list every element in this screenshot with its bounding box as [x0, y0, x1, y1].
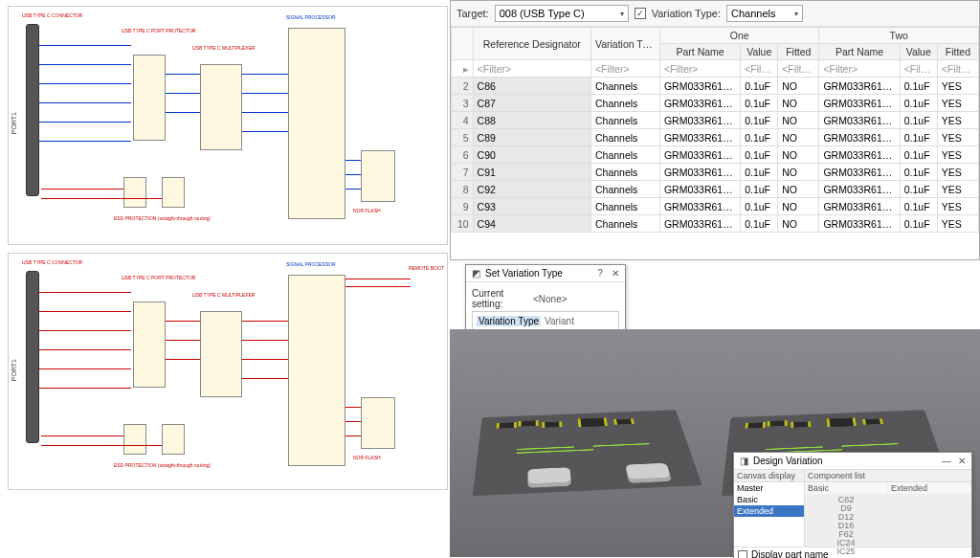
- canvas-display-header: Canvas display: [734, 470, 804, 482]
- display-part-label: Display part name: [751, 549, 829, 558]
- dialog-icon: ◩: [470, 268, 481, 279]
- schematic-label: SIGNAL PROCESSOR: [286, 14, 336, 20]
- dv-title: Design Variation: [753, 456, 823, 466]
- schematic-label: SIGNAL PROCESSOR: [286, 261, 336, 267]
- col-part-one[interactable]: Part Name: [659, 44, 740, 60]
- table-row[interactable]: 3C87ChannelsGRM033R61C...0.1uFNOGRM033R6…: [452, 95, 979, 112]
- schematic-label: NOR FLASH: [353, 455, 381, 460]
- variant-sub: Variant: [545, 316, 574, 326]
- dv-col-basic[interactable]: Basic: [805, 482, 887, 495]
- table-row[interactable]: 4C88ChannelsGRM033R61C...0.1uFNOGRM033R6…: [452, 112, 979, 129]
- vartype-selected[interactable]: Variation Type: [477, 316, 541, 326]
- schematic-label: USB TYPE C MULTIPLEXER: [192, 45, 255, 51]
- col-vartype-header[interactable]: Variation Type: [590, 28, 659, 60]
- remote-boot-label: REMOTE BOOT: [409, 265, 444, 271]
- schematic-label: USB TYPE C PORT PROTECTOR: [122, 275, 195, 280]
- canvas-display-item[interactable]: Master: [734, 482, 804, 494]
- minimize-icon[interactable]: —: [941, 456, 952, 467]
- table-row[interactable]: 9C93ChannelsGRM033R61C...0.1uFNOGRM033R6…: [452, 198, 979, 215]
- table-row[interactable]: 5C89ChannelsGRM033R61C...0.1uFNOGRM033R6…: [452, 129, 979, 146]
- schematic-view-two[interactable]: USB TYPE C CONNECTOR PORT1 USB TYPE C PO…: [8, 253, 448, 490]
- col-value-one[interactable]: Value: [741, 44, 778, 60]
- col-value-two[interactable]: Value: [900, 44, 937, 60]
- chevron-down-icon: ▾: [620, 10, 624, 18]
- variation-grid[interactable]: Reference Designator Variation Type One …: [451, 27, 979, 233]
- schematic-label: USB TYPE C CONNECTOR: [22, 12, 82, 18]
- schematic-label: USB TYPE C PORT PROTECTOR: [122, 28, 195, 33]
- table-row[interactable]: 7C91ChannelsGRM033R61C...0.1uFNOGRM033R6…: [452, 164, 979, 181]
- canvas-display-item[interactable]: Extended: [734, 505, 804, 517]
- variation-type-value: Channels: [731, 8, 775, 19]
- display-part-checkbox[interactable]: [738, 550, 747, 559]
- col-group-one[interactable]: One: [659, 28, 819, 44]
- pcb-assembly-one: [473, 410, 702, 496]
- col-fitted-one[interactable]: Fitted: [778, 44, 819, 60]
- dv-col-ext[interactable]: Extended: [888, 482, 970, 495]
- filter-row[interactable]: ▸ <Filter> <Filter> <Filter> <Filter> <F…: [452, 60, 979, 78]
- col-ref-header[interactable]: Reference Designator: [473, 28, 590, 60]
- dv-ext-list[interactable]: [888, 495, 970, 547]
- dialog-icon: ◨: [738, 456, 749, 467]
- port-label: PORT1: [11, 359, 17, 381]
- port-label: PORT1: [11, 112, 17, 134]
- component-list-header: Component list: [805, 470, 971, 482]
- schematic-label: NOR FLASH: [353, 208, 381, 213]
- current-setting-value: <None>: [533, 294, 568, 304]
- table-row[interactable]: 8C92ChannelsGRM033R61C...0.1uFNOGRM033R6…: [452, 181, 979, 198]
- target-label: Target:: [457, 8, 489, 19]
- col-group-two[interactable]: Two: [819, 28, 979, 44]
- current-setting-label: Current setting:: [472, 288, 529, 309]
- table-row[interactable]: 6C90ChannelsGRM033R61C...0.1uFNOGRM033R6…: [452, 146, 979, 164]
- chevron-down-icon: ▾: [794, 10, 798, 18]
- col-fitted-two[interactable]: Fitted: [937, 44, 978, 60]
- table-row[interactable]: 2C86ChannelsGRM033R61C...0.1uFNOGRM033R6…: [452, 78, 979, 95]
- schematic-label: ESD PROTECTION (straight-through routing…: [114, 462, 211, 468]
- variation-type-checkbox[interactable]: ✓: [635, 8, 646, 19]
- variation-table-panel: Target: 008 (USB Type C) ▾ ✓ Variation T…: [450, 0, 980, 260]
- design-variation-dialog: ◨ Design Variation — ✕ Canvas display Ma…: [733, 452, 972, 558]
- target-combo[interactable]: 008 (USB Type C) ▾: [495, 5, 629, 22]
- table-row[interactable]: 10C94ChannelsGRM033R61C...0.1uFNOGRM033R…: [452, 215, 979, 233]
- variation-type-label: Variation Type:: [652, 8, 721, 19]
- variation-type-combo[interactable]: Channels ▾: [726, 5, 803, 22]
- col-part-two[interactable]: Part Name: [819, 44, 900, 60]
- target-value: 008 (USB Type C): [500, 8, 585, 19]
- close-icon[interactable]: ✕: [610, 268, 621, 279]
- canvas-display-item[interactable]: Basic: [734, 494, 804, 505]
- schematic-label: ESD PROTECTION (straight-through routing…: [114, 215, 211, 221]
- help-icon[interactable]: ?: [594, 268, 606, 279]
- schematic-label: USB TYPE C CONNECTOR: [22, 259, 82, 265]
- variation-toolbar: Target: 008 (USB Type C) ▾ ✓ Variation T…: [451, 1, 979, 27]
- schematic-label: USB TYPE C MULTIPLEXER: [192, 292, 255, 298]
- schematic-view-one[interactable]: USB TYPE C CONNECTOR PORT1 USB TYPE C PO…: [8, 6, 448, 245]
- close-icon[interactable]: ✕: [956, 456, 968, 467]
- dialog-title: Set Variation Type: [485, 268, 563, 279]
- dv-basic-list[interactable]: C62D9D12D16F62IC24IC25: [805, 495, 887, 547]
